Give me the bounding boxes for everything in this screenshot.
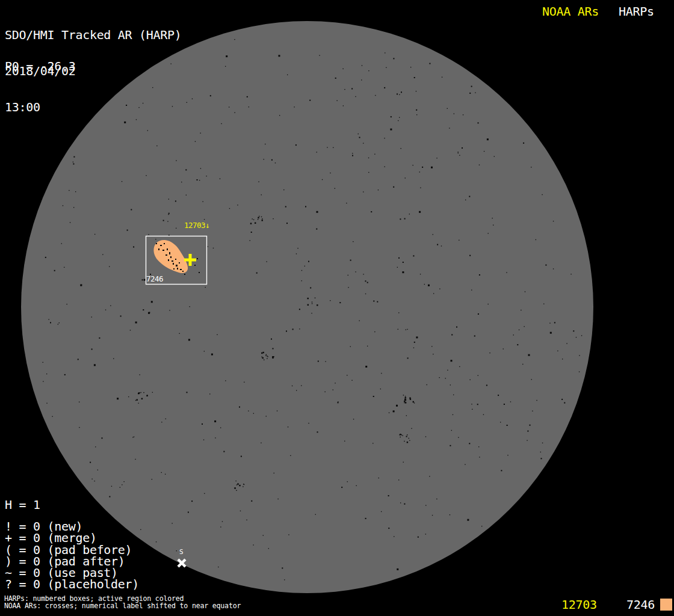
plot-title: SDO/HMI Tracked AR (HARP) <box>5 29 182 41</box>
plot-time: 13:00 <box>5 101 182 113</box>
noaa-ars-legend-label: NOAA ARs <box>542 5 599 17</box>
noaa-ar-cross-vbar <box>189 254 192 266</box>
flag-legend-placeholder: ? = 0 (placeholder) <box>5 579 139 590</box>
flag-legend: ! = 0 (new) + = 0 (merge) ( = 0 (pad bef… <box>5 521 139 591</box>
noaa-ar-number-label: 12703↓ <box>184 221 209 229</box>
legend-noaa-number: 12703 <box>561 599 597 611</box>
harp-color-swatch <box>660 599 672 611</box>
footer-noaa-caption: NOAA ARs: crosses; numerical label shift… <box>4 603 241 610</box>
harp-box-number-label: 7246 <box>146 275 163 283</box>
south-pole-label: S <box>179 549 184 556</box>
legend-harp-number: 7246 <box>626 599 655 611</box>
p0-angle-value: P0 = -26.3 <box>5 60 75 72</box>
harp-count-line: H = 1 <box>5 499 40 511</box>
footer-caption: HARPs: numbered boxes; active region col… <box>4 596 241 609</box>
harps-legend-label: HARPs <box>619 5 654 17</box>
